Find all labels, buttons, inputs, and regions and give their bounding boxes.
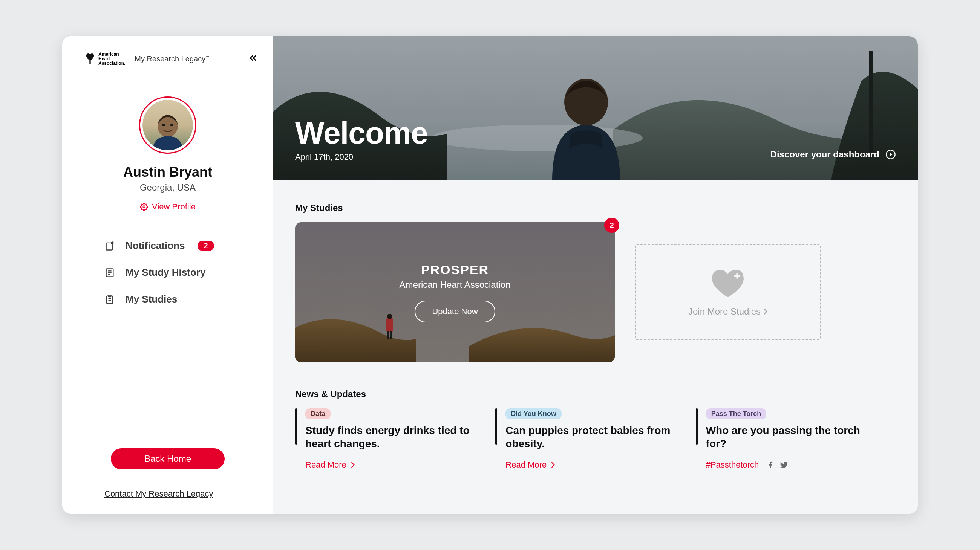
news-accent-bar: [495, 408, 497, 444]
heart-plus-icon: [710, 267, 746, 297]
nav-label: My Study History: [126, 267, 205, 278]
hero-title: Welcome: [295, 115, 428, 151]
news-hashtag[interactable]: #Passthetorch: [706, 460, 759, 470]
svg-point-8: [111, 241, 114, 244]
chevron-right-icon: [351, 462, 355, 468]
view-profile-link[interactable]: View Profile: [140, 202, 196, 212]
logo: American Heart Association. My Research …: [85, 51, 209, 66]
sidebar-footer: Back Home Contact My Research Legacy: [62, 448, 273, 499]
study-badge: 2: [604, 218, 619, 233]
studies-header: My Studies: [295, 203, 896, 213]
study-title: PROSPER: [421, 263, 489, 277]
hero-cta-label: Discover your dashboard: [770, 149, 879, 160]
news-card-data: Data Study finds energy drinks tied to h…: [295, 408, 495, 470]
play-circle-icon: [885, 149, 896, 160]
profile-name: Austin Bryant: [123, 164, 212, 180]
news-card-didyouknow: Did You Know Can puppies protect babies …: [495, 408, 695, 470]
product-name: My Research Legacy™: [135, 55, 209, 63]
nav-list: Notifications 2 My Study History: [62, 228, 273, 305]
svg-point-3: [158, 115, 178, 137]
studies-row: PROSPER American Heart Association Updat…: [295, 222, 896, 362]
org-line3: Association.: [99, 61, 125, 65]
read-more-link[interactable]: Read More: [506, 460, 680, 470]
svg-marker-23: [890, 152, 892, 156]
hero-content: Welcome April 17th, 2020: [295, 115, 428, 162]
hero-date: April 17th, 2020: [295, 152, 428, 162]
view-profile-label: View Profile: [152, 202, 196, 212]
join-more-studies-card[interactable]: Join More Studies: [635, 244, 821, 340]
sidebar-item-my-studies[interactable]: My Studies: [104, 293, 273, 305]
discover-dashboard-link[interactable]: Discover your dashboard: [770, 149, 896, 160]
sidebar-item-study-history[interactable]: My Study History: [104, 267, 273, 278]
profile-block: Austin Bryant Georgia, USA View Profile: [62, 97, 273, 228]
join-label: Join More Studies: [688, 306, 760, 317]
news-headline: Can puppies protect babies from obesity.: [506, 424, 680, 450]
avatar-image: [143, 100, 193, 150]
read-more-label: Read More: [506, 460, 547, 470]
chevron-right-icon: [764, 309, 767, 315]
contact-link[interactable]: Contact My Research Legacy: [104, 489, 213, 499]
news-headline: Study finds energy drinks tied to heart …: [305, 424, 480, 450]
news-section: News & Updates Data Study finds energy d…: [295, 389, 896, 470]
main: Welcome April 17th, 2020 Discover your d…: [273, 36, 918, 514]
svg-point-4: [162, 124, 165, 126]
avatar[interactable]: [139, 97, 196, 154]
title-divider: [349, 208, 896, 208]
sidebar-item-notifications[interactable]: Notifications 2: [104, 240, 273, 252]
facebook-icon[interactable]: [767, 460, 775, 469]
sidebar-top: American Heart Association. My Research …: [62, 51, 273, 66]
news-accent-bar: [295, 408, 297, 444]
nav-label: Notifications: [126, 240, 185, 252]
studies-title: My Studies: [295, 203, 343, 213]
svg-rect-0: [89, 60, 91, 63]
study-card-prosper[interactable]: PROSPER American Heart Association Updat…: [295, 222, 615, 362]
logo-divider: [130, 51, 130, 66]
sidebar: American Heart Association. My Research …: [62, 36, 273, 514]
nav-badge: 2: [197, 241, 214, 251]
app-window: American Heart Association. My Research …: [62, 36, 918, 514]
document-icon: [104, 268, 115, 278]
gear-icon: [140, 203, 148, 211]
hero: Welcome April 17th, 2020 Discover your d…: [273, 36, 918, 180]
twitter-icon[interactable]: [779, 460, 789, 469]
news-card-passthetorch: Pass The Torch Who are you passing the t…: [696, 408, 896, 470]
study-org: American Heart Association: [399, 279, 511, 290]
news-tag: Data: [305, 408, 331, 419]
chevron-right-icon: [551, 462, 555, 468]
nav-label: My Studies: [126, 293, 177, 305]
notifications-icon: [104, 241, 115, 251]
news-tag: Pass The Torch: [706, 408, 767, 419]
news-accent-bar: [696, 408, 698, 444]
svg-rect-7: [106, 243, 112, 250]
title-divider: [372, 394, 896, 395]
news-headline: Who are you passing the torch for?: [706, 424, 881, 450]
study-slot: PROSPER American Heart Association Updat…: [295, 222, 615, 362]
news-title: News & Updates: [295, 389, 366, 399]
back-home-button[interactable]: Back Home: [111, 448, 224, 469]
read-more-link[interactable]: Read More: [305, 460, 480, 470]
news-row: Data Study finds energy drinks tied to h…: [295, 408, 896, 470]
profile-location: Georgia, USA: [140, 182, 196, 193]
content-area: My Studies: [273, 180, 918, 485]
update-now-button[interactable]: Update Now: [415, 301, 495, 322]
svg-point-6: [143, 206, 145, 208]
clipboard-icon: [104, 294, 115, 305]
heart-torch-icon: [85, 52, 95, 65]
news-tag: Did You Know: [506, 408, 561, 419]
read-more-label: Read More: [305, 460, 347, 470]
svg-point-5: [170, 124, 173, 126]
collapse-sidebar-button[interactable]: [248, 53, 258, 65]
news-header: News & Updates: [295, 389, 896, 399]
